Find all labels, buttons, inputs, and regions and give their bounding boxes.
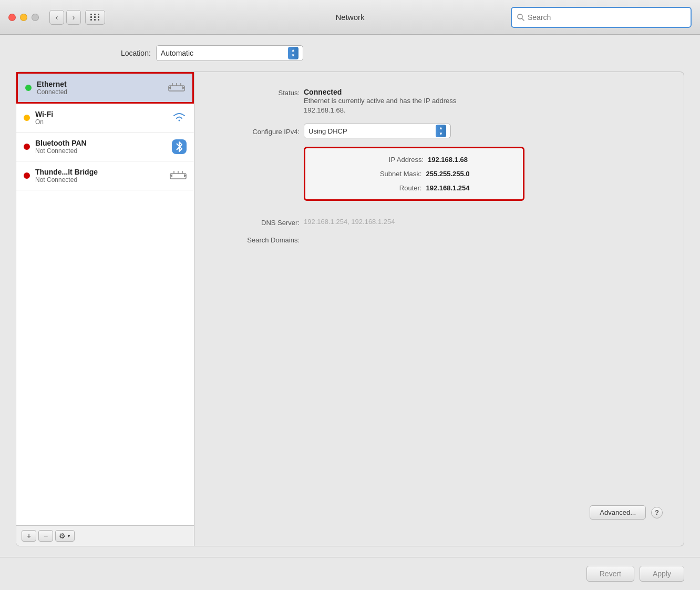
sidebar-toolbar: + − ⚙ ▼ <box>16 525 194 546</box>
configure-ipv4-row: Configure IPv4: Using DHCP ▲ ▼ <box>215 124 663 138</box>
sidebar-item-wifi[interactable]: Wi-Fi On <box>16 104 194 133</box>
router-value: 192.168.1.254 <box>426 184 469 192</box>
search-input[interactable] <box>528 13 685 22</box>
configure-stepper-up-icon: ▲ <box>439 126 443 130</box>
status-value: Connected <box>304 88 482 96</box>
dns-row: DNS Server: 192.168.1.254, 192.168.1.254 <box>215 218 663 227</box>
configure-stepper-down-icon: ▼ <box>439 132 443 136</box>
wifi-status-dot <box>24 115 30 121</box>
location-stepper[interactable]: ▲ ▼ <box>288 47 298 59</box>
status-label: Status: <box>215 88 300 97</box>
search-domains-label: Search Domains: <box>215 235 300 244</box>
thunderbolt-status: Not Connected <box>35 176 170 184</box>
status-info: Connected Ethernet is currently active a… <box>304 88 482 115</box>
sidebar-item-thunderbolt[interactable]: Thunde...lt Bridge Not Connected <box>16 161 194 190</box>
close-button[interactable] <box>8 14 16 21</box>
configure-ipv4-select[interactable]: Using DHCP ▲ ▼ <box>304 124 451 138</box>
bluetooth-info: Bluetooth PAN Not Connected <box>35 139 172 155</box>
maximize-button[interactable] <box>32 14 39 21</box>
svg-rect-2 <box>169 86 184 91</box>
ip-address-row: IP Address: 192.168.1.68 <box>316 156 512 164</box>
location-label: Location: <box>121 49 151 57</box>
location-select[interactable]: Automatic ▲ ▼ <box>156 45 303 61</box>
location-value: Automatic <box>161 49 285 57</box>
subnet-label: Subnet Mask: <box>358 170 421 178</box>
configure-value: Using DHCP <box>308 127 433 135</box>
bluetooth-status-dot <box>24 144 30 150</box>
ethernet-status-dot <box>25 85 32 91</box>
traffic-lights <box>8 14 39 21</box>
dns-label: DNS Server: <box>215 218 300 227</box>
status-desc: Ethernet is currently active and has the… <box>304 96 482 115</box>
minimize-button[interactable] <box>20 14 27 21</box>
sidebar-item-bluetooth[interactable]: Bluetooth PAN Not Connected <box>16 133 194 161</box>
ethernet-name: Ethernet <box>37 80 168 88</box>
stepper-down-icon: ▼ <box>291 54 295 58</box>
revert-button[interactable]: Revert <box>586 566 634 582</box>
add-network-button[interactable]: + <box>22 530 36 542</box>
advanced-button[interactable]: Advanced... <box>590 505 646 520</box>
advanced-row: Advanced... ? <box>215 505 663 520</box>
forward-button[interactable]: › <box>66 10 81 25</box>
help-button[interactable]: ? <box>651 507 663 518</box>
search-box[interactable] <box>511 7 692 28</box>
stepper-up-icon: ▲ <box>291 48 295 53</box>
configure-stepper[interactable]: ▲ ▼ <box>436 125 446 137</box>
window-title: Network <box>335 13 364 22</box>
titlebar: ‹ › Network <box>0 0 700 35</box>
ethernet-status: Connected <box>37 88 168 96</box>
right-panel: Status: Connected Ethernet is currently … <box>194 72 684 546</box>
subnet-value: 255.255.255.0 <box>426 170 469 178</box>
gear-chevron-icon: ▼ <box>67 534 71 538</box>
apply-button[interactable]: Apply <box>640 566 684 582</box>
main-content: Location: Automatic ▲ ▼ Ethernet Connect… <box>0 35 700 557</box>
thunderbolt-icon <box>170 171 187 180</box>
svg-rect-8 <box>170 174 186 179</box>
thunderbolt-info: Thunde...lt Bridge Not Connected <box>35 168 170 184</box>
ip-info-box: IP Address: 192.168.1.68 Subnet Mask: 25… <box>304 147 524 201</box>
thunderbolt-name: Thunde...lt Bridge <box>35 168 170 176</box>
bottom-bar: Revert Apply <box>0 557 700 590</box>
configure-label: Configure IPv4: <box>215 127 300 136</box>
router-row: Router: 192.168.1.254 <box>316 184 512 192</box>
ip-address-value: 192.168.1.68 <box>428 156 468 164</box>
ethernet-info: Ethernet Connected <box>37 80 168 96</box>
bluetooth-name: Bluetooth PAN <box>35 139 172 147</box>
wifi-name: Wi-Fi <box>35 110 172 118</box>
remove-network-button[interactable]: − <box>38 530 53 542</box>
ip-address-label: IP Address: <box>361 156 424 164</box>
gear-icon: ⚙ <box>59 532 66 540</box>
grid-icon <box>90 14 100 21</box>
router-label: Router: <box>358 184 421 192</box>
sidebar-list: Ethernet Connected <box>16 72 194 525</box>
status-row: Status: Connected Ethernet is currently … <box>215 88 663 115</box>
thunderbolt-status-dot <box>24 172 30 179</box>
search-domains-row: Search Domains: <box>215 235 663 244</box>
bluetooth-status: Not Connected <box>35 147 172 155</box>
subnet-row: Subnet Mask: 255.255.255.0 <box>316 170 512 178</box>
network-settings-button[interactable]: ⚙ ▼ <box>55 530 75 542</box>
search-icon <box>517 14 524 21</box>
sidebar-item-ethernet[interactable]: Ethernet Connected <box>16 72 194 104</box>
panels: Ethernet Connected <box>16 72 684 546</box>
bluetooth-icon <box>172 139 187 154</box>
grid-button[interactable] <box>85 10 105 25</box>
location-row: Location: Automatic ▲ ▼ <box>16 45 684 61</box>
nav-buttons: ‹ › <box>49 10 81 25</box>
sidebar: Ethernet Connected <box>16 72 194 546</box>
wifi-icon <box>172 111 187 125</box>
ethernet-icon <box>168 83 185 93</box>
svg-line-1 <box>522 18 524 21</box>
wifi-status: On <box>35 118 172 126</box>
wifi-info: Wi-Fi On <box>35 110 172 126</box>
bottom-area: Advanced... ? <box>215 505 663 530</box>
back-button[interactable]: ‹ <box>49 10 64 25</box>
dns-value: 192.168.1.254, 192.168.1.254 <box>304 218 395 226</box>
